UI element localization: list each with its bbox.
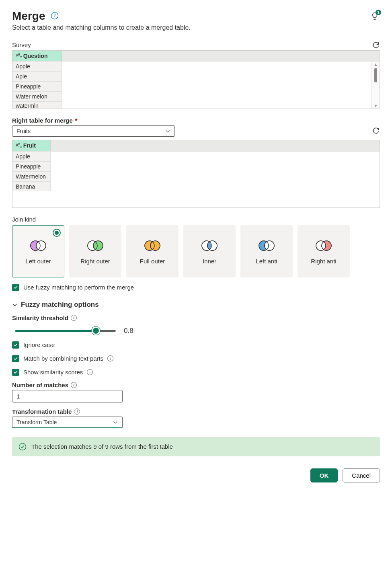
table-cell[interactable]: Apple: [12, 151, 51, 161]
threshold-label: Similarity threshold i: [12, 314, 380, 321]
combine-parts-checkbox[interactable]: Match by combining text parts i: [12, 355, 380, 362]
left-column-header[interactable]: ABC Question: [12, 51, 62, 61]
join-option-left-anti[interactable]: Left anti: [240, 225, 293, 277]
refresh-icon[interactable]: [372, 41, 380, 50]
ignore-case-label: Ignore case: [23, 341, 55, 348]
checkbox-checked-icon: [12, 284, 19, 291]
join-option-label: Inner: [203, 258, 216, 265]
transform-table-label: Transformation table i: [12, 408, 380, 415]
table-cell[interactable]: Water melon: [12, 91, 62, 101]
idea-count-badge: 1: [376, 10, 381, 15]
cancel-button[interactable]: Cancel: [343, 468, 380, 482]
right-table-selected-value: Fruits: [16, 128, 31, 134]
page-subtitle: Select a table and matching columns to c…: [12, 24, 380, 31]
page-title: Merge: [12, 10, 45, 23]
table-cell[interactable]: Watermelon: [12, 171, 51, 181]
join-option-left-outer[interactable]: Left outer: [12, 225, 64, 277]
info-icon[interactable]: i: [71, 315, 77, 321]
threshold-value: 0.8: [124, 327, 133, 335]
grid-empty-area: [51, 151, 380, 207]
join-option-label: Left anti: [256, 258, 277, 265]
join-option-label: Right outer: [80, 258, 110, 265]
scroll-down-icon[interactable]: ▼: [374, 103, 378, 109]
info-icon[interactable]: i: [87, 369, 93, 375]
table-cell[interactable]: watermln: [12, 101, 62, 109]
table-cell[interactable]: Banana: [12, 181, 51, 191]
info-icon[interactable]: i: [107, 355, 113, 361]
fuzzy-checkbox-label: Use fuzzy matching to perform the merge: [23, 284, 134, 291]
venn-icon: [85, 238, 105, 254]
venn-icon: [199, 238, 220, 254]
status-message: The selection matches 9 of 9 rows from t…: [12, 437, 380, 456]
join-option-right-outer[interactable]: Right outer: [69, 225, 121, 277]
combine-parts-label: Match by combining text parts: [23, 355, 103, 362]
show-scores-label: Show similarity scores: [23, 369, 83, 376]
success-icon: [18, 443, 27, 451]
scrollbar[interactable]: ▲ ▼: [371, 61, 380, 109]
ok-button[interactable]: OK: [310, 468, 338, 482]
venn-icon: [314, 238, 334, 254]
scroll-thumb[interactable]: [374, 68, 377, 82]
transform-table-value: Transform Table: [16, 419, 57, 425]
join-option-label: Right anti: [311, 258, 336, 265]
checkbox-checked-icon: [12, 341, 19, 349]
right-table-grid[interactable]: ABC Fruit Apple Pineapple Watermelon Ban…: [12, 140, 380, 207]
chevron-down-icon: [12, 302, 18, 308]
right-table-label: Right table for merge*: [12, 117, 380, 124]
table-cell[interactable]: Apple: [12, 61, 62, 71]
table-cell[interactable]: Pineapple: [12, 161, 51, 171]
ignore-case-checkbox[interactable]: Ignore case: [12, 341, 380, 349]
scroll-up-icon[interactable]: ▲: [374, 62, 378, 67]
join-kind-label: Join kind: [12, 216, 380, 223]
text-type-icon: ABC: [16, 142, 22, 149]
table-cell[interactable]: Aple: [12, 71, 62, 81]
join-option-label: Left outer: [25, 258, 51, 265]
info-icon[interactable]: i: [74, 409, 80, 415]
chevron-down-icon: [165, 128, 170, 134]
venn-icon: [28, 238, 48, 254]
venn-icon: [142, 238, 162, 254]
left-table-label: Survey: [12, 41, 31, 48]
chevron-down-icon: [113, 419, 118, 425]
venn-icon: [257, 238, 277, 254]
left-column-name: Question: [23, 53, 48, 59]
svg-text:?: ?: [54, 13, 56, 18]
checkbox-checked-icon: [12, 355, 19, 362]
help-icon[interactable]: ?: [51, 12, 59, 21]
status-text: The selection matches 9 of 9 rows from t…: [31, 443, 173, 450]
show-scores-checkbox[interactable]: Show similarity scores i: [12, 369, 380, 376]
checkbox-checked-icon: [12, 369, 19, 376]
join-option-right-anti[interactable]: Right anti: [298, 225, 350, 277]
refresh-icon[interactable]: [372, 127, 380, 136]
num-matches-input[interactable]: [12, 390, 123, 402]
fuzzy-matching-checkbox[interactable]: Use fuzzy matching to perform the merge: [12, 284, 380, 291]
transform-table-select[interactable]: Transform Table: [12, 417, 123, 428]
threshold-slider[interactable]: [15, 330, 116, 332]
right-column-name: Fruit: [23, 142, 36, 149]
right-table-select[interactable]: Fruits: [12, 125, 175, 137]
fuzzy-options-title: Fuzzy matching options: [21, 301, 99, 309]
join-option-inner[interactable]: Inner: [183, 225, 236, 277]
left-table-grid[interactable]: ABC Question Apple Aple Pineapple Water …: [12, 50, 380, 109]
slider-thumb[interactable]: [92, 326, 100, 335]
num-matches-label: Number of matches i: [12, 382, 380, 388]
fuzzy-options-toggle[interactable]: Fuzzy matching options: [12, 301, 380, 309]
radio-selected-icon: [53, 229, 61, 237]
grid-empty-area: [62, 61, 371, 109]
table-cell[interactable]: Pineapple: [12, 81, 62, 91]
join-option-label: Full outer: [140, 258, 165, 265]
join-option-full-outer[interactable]: Full outer: [126, 225, 179, 277]
info-icon[interactable]: i: [71, 382, 77, 388]
idea-icon[interactable]: 1: [369, 11, 380, 21]
text-type-icon: ABC: [16, 53, 22, 59]
right-column-header[interactable]: ABC Fruit: [12, 140, 51, 151]
